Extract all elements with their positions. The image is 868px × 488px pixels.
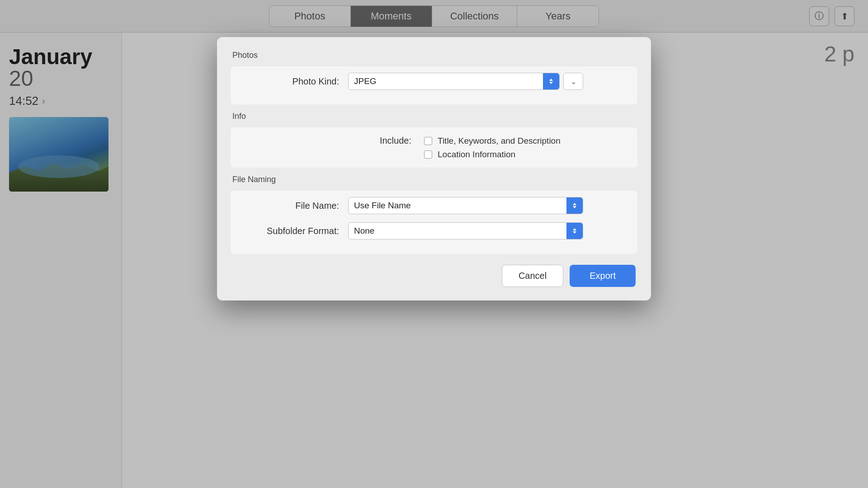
title-keywords-label: Title, Keywords, and Description: [438, 136, 561, 146]
location-checkbox[interactable]: [424, 150, 432, 159]
include-row: Include: Title, Keywords, and Descriptio…: [231, 134, 637, 148]
info-section-bg: Include: Title, Keywords, and Descriptio…: [231, 127, 637, 168]
subfolder-arrow: [566, 223, 583, 239]
photo-kind-row: Photo Kind: JPEG ⌄: [231, 73, 637, 90]
subfolder-select[interactable]: None: [348, 222, 583, 239]
file-name-select[interactable]: Use File Name: [348, 197, 583, 214]
file-name-select-wrapper: Use File Name: [348, 197, 583, 214]
photos-section: Photos Photo Kind: JPEG: [231, 51, 637, 104]
location-row: Location Information: [231, 148, 637, 161]
photo-kind-dropdown[interactable]: ⌄: [563, 73, 583, 90]
action-row: Cancel Export: [231, 265, 637, 287]
subfolder-select-wrapper: None: [348, 222, 583, 239]
location-label: Location Information: [438, 150, 515, 160]
subfolder-row: Subfolder Format: None: [231, 222, 637, 239]
info-section-label: Info: [231, 112, 637, 121]
file-naming-section-label: File Naming: [231, 175, 637, 184]
title-keywords-checkbox[interactable]: [424, 137, 432, 145]
file-name-label: File Name:: [240, 201, 339, 211]
photos-section-label: Photos: [231, 51, 637, 60]
include-label: Include:: [339, 136, 411, 146]
photo-kind-select[interactable]: JPEG: [348, 73, 560, 90]
file-naming-section: File Naming File Name: Use File Name: [231, 175, 637, 254]
chevron-down-icon: ⌄: [571, 77, 576, 86]
file-naming-section-bg: File Name: Use File Name: [231, 191, 637, 254]
modal-overlay: Photos Photo Kind: JPEG: [0, 0, 868, 488]
subfolder-label: Subfolder Format:: [240, 226, 339, 236]
file-name-arrow: [566, 197, 583, 214]
export-button[interactable]: Export: [570, 265, 636, 287]
cancel-button[interactable]: Cancel: [502, 265, 563, 287]
photos-section-bg: Photo Kind: JPEG ⌄: [231, 66, 637, 104]
file-name-row: File Name: Use File Name: [231, 197, 637, 214]
photo-kind-label: Photo Kind:: [240, 76, 339, 87]
info-section: Info Include: Title, Keywords, and Descr…: [231, 112, 637, 168]
export-modal: Photos Photo Kind: JPEG: [217, 37, 651, 300]
photo-kind-arrow: [543, 73, 559, 89]
photo-kind-select-wrapper: JPEG ⌄: [348, 73, 583, 90]
